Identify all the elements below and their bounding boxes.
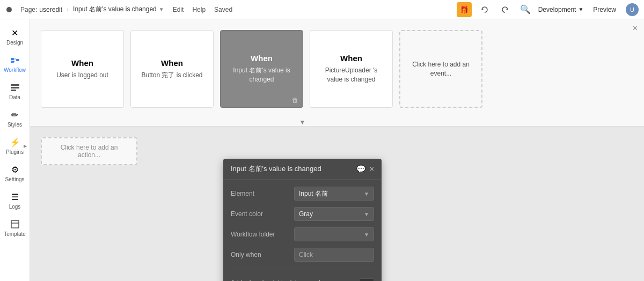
topbar: Page: useredit › Input 名前's value is cha… — [0, 0, 644, 19]
logo — [5, 4, 16, 15]
data-icon — [9, 82, 21, 93]
workflow-card-3[interactable]: When Input 名前's value is changed 🗑 — [220, 30, 303, 108]
search-button[interactable]: 🔍 — [518, 2, 533, 17]
layout: ✕ Design Workflow Data ✏ Styles ⚡ Plugin… — [0, 19, 644, 281]
comment-icon[interactable]: 💬 — [356, 165, 365, 173]
workflow-cards-area: When User is logged out When Button 完了 i… — [30, 19, 644, 127]
modal-close-button[interactable]: × — [370, 165, 374, 173]
preview-button[interactable]: Preview — [589, 4, 620, 16]
trash-icon[interactable]: 🗑 — [292, 97, 298, 104]
card2-desc: Button 完了 is clicked — [141, 71, 202, 80]
save-status: Saved — [214, 6, 232, 13]
separator: › — [67, 6, 69, 13]
element-chevron-icon: ▼ — [364, 191, 369, 197]
sidebar-item-workflow[interactable]: Workflow — [2, 51, 28, 76]
only-when-label: Only when — [231, 251, 290, 258]
card4-desc: PictureUploader 's value is changed — [317, 66, 386, 84]
event-dropdown[interactable]: Input 名前's value is changed ▼ — [73, 5, 164, 14]
sidebar-label-design: Design — [6, 40, 23, 46]
redo-button[interactable] — [497, 2, 513, 17]
sidebar-item-design[interactable]: ✕ Design — [2, 24, 28, 49]
event-color-select[interactable]: Gray ▼ — [294, 207, 374, 221]
card1-when: When — [71, 58, 93, 68]
event-config-modal: Input 名前's value is changed 💬 × Element — [223, 159, 382, 281]
actions-area: Click here to add an action... Input 名前'… — [30, 127, 644, 281]
breakpoint-checkbox[interactable] — [359, 278, 374, 281]
modal-header-actions: 💬 × — [356, 165, 374, 173]
sidebar-label-settings: Settings — [5, 176, 24, 182]
workflow-folder-chevron-icon: ▼ — [364, 232, 369, 238]
element-select[interactable]: Input 名前 ▼ — [294, 187, 374, 201]
modal-body: Element Input 名前 ▼ Event color Gray ▼ — [223, 180, 382, 281]
sidebar-item-template[interactable]: Template — [2, 215, 28, 240]
expand-indicator: ▼ — [261, 119, 344, 126]
settings-icon: ⚙ — [9, 164, 21, 175]
card4-when: When — [340, 54, 362, 63]
sidebar: ✕ Design Workflow Data ✏ Styles ⚡ Plugin… — [0, 19, 30, 281]
sidebar-item-styles[interactable]: ✏ Styles — [2, 106, 28, 131]
event-color-value: Gray — [299, 210, 313, 218]
page-label: Page: — [20, 6, 37, 13]
workflow-card-1[interactable]: When User is logged out — [41, 30, 124, 108]
card3-when: When — [251, 54, 273, 63]
avatar[interactable]: U — [626, 3, 639, 16]
svg-rect-1 — [11, 58, 14, 60]
plugins-arrow-icon: ▶ — [24, 143, 27, 148]
workflow-card-4[interactable]: When PictureUploader 's value is changed — [310, 30, 393, 108]
workflow-card-2[interactable]: When Button 完了 is clicked — [130, 30, 214, 108]
svg-rect-9 — [11, 220, 19, 228]
breakpoint-label: Add a breakpoint in debug mode — [231, 279, 355, 281]
chevron-down-icon: ▼ — [159, 6, 164, 12]
add-action-button[interactable]: Click here to add an action... — [41, 137, 137, 165]
page-name[interactable]: useredit — [39, 6, 62, 13]
sidebar-item-logs[interactable]: ☰ Logs — [2, 188, 28, 213]
modal-header: Input 名前's value is changed 💬 × — [223, 159, 382, 180]
topbar-actions: Edit Help Saved — [173, 6, 232, 13]
main-content: When User is logged out When Button 完了 i… — [30, 19, 644, 281]
sidebar-label-workflow: Workflow — [4, 67, 26, 73]
card3-desc: Input 名前's value is changed — [227, 66, 296, 84]
sidebar-label-logs: Logs — [9, 204, 21, 210]
svg-rect-2 — [11, 61, 14, 63]
card2-when: When — [161, 58, 183, 68]
event-color-chevron-icon: ▼ — [364, 211, 369, 217]
svg-rect-6 — [11, 84, 19, 86]
environment-dropdown[interactable]: Development ▼ — [538, 6, 584, 13]
workflow-folder-row: Workflow folder ▼ — [231, 227, 374, 242]
sidebar-label-data: Data — [9, 94, 20, 100]
sidebar-item-data[interactable]: Data — [2, 78, 28, 103]
sidebar-item-settings[interactable]: ⚙ Settings — [2, 160, 28, 186]
sidebar-item-plugins[interactable]: ⚡ Plugins ▶ — [2, 133, 28, 158]
env-chevron-icon: ▼ — [578, 6, 583, 12]
close-workflow-button[interactable]: × — [633, 24, 638, 33]
template-icon — [9, 218, 21, 230]
undo-button[interactable] — [477, 2, 492, 17]
workflow-card-add[interactable]: Click here to add an event... — [399, 30, 482, 108]
sidebar-label-plugins: Plugins — [6, 149, 24, 155]
event-color-label: Event color — [231, 210, 290, 218]
styles-icon: ✏ — [9, 109, 21, 121]
svg-rect-3 — [16, 59, 19, 61]
modal-container: Input 名前's value is changed 💬 × Element — [223, 159, 382, 281]
card1-desc: User is logged out — [56, 71, 108, 80]
breakpoint-row: Add a breakpoint in debug mode — [231, 276, 374, 281]
plugins-icon: ⚡ — [9, 136, 21, 148]
logs-icon: ☰ — [9, 191, 21, 203]
help-menu[interactable]: Help — [192, 6, 206, 13]
page-info: Page: useredit — [20, 6, 62, 13]
event-color-row: Event color Gray ▼ — [231, 206, 374, 221]
only-when-input[interactable]: Click — [294, 248, 374, 262]
only-when-row: Only when Click — [231, 247, 374, 262]
modal-divider — [231, 269, 374, 269]
edit-menu[interactable]: Edit — [173, 6, 184, 13]
gift-icon[interactable]: 🎁 — [457, 2, 472, 17]
topbar-right: 🎁 🔍 Development ▼ Preview U — [457, 2, 639, 17]
element-row: Element Input 名前 ▼ — [231, 186, 374, 201]
add-event-label: Click here to add an event... — [407, 60, 475, 78]
svg-rect-8 — [11, 90, 16, 91]
workflow-icon — [9, 54, 21, 66]
workflow-folder-select[interactable]: ▼ — [294, 227, 374, 241]
svg-point-0 — [6, 7, 12, 12]
only-when-value: Click — [299, 251, 313, 258]
element-label: Element — [231, 190, 290, 197]
